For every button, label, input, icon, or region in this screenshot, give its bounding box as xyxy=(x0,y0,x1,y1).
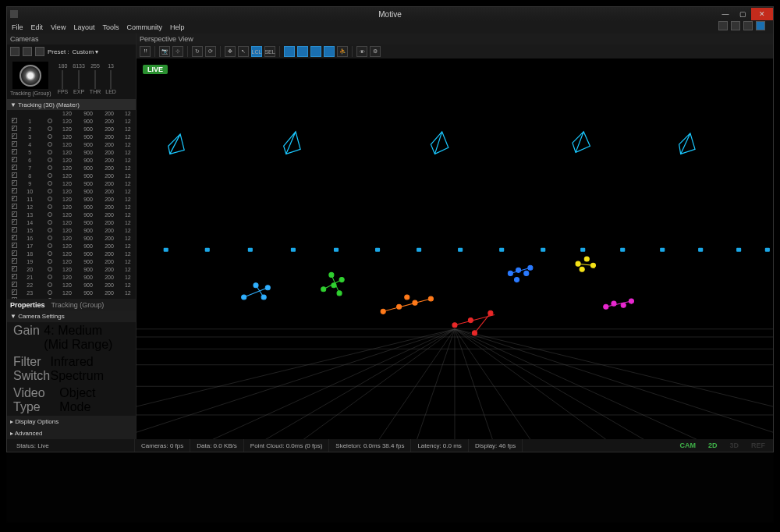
vt-lcl[interactable]: LCL xyxy=(251,46,262,57)
camera-row[interactable]: 1012090020012 xyxy=(7,187,136,195)
vt-rotate-icon[interactable]: ⟳ xyxy=(205,46,216,57)
vt-grid-icon[interactable]: ⠿ xyxy=(140,46,151,57)
vt-axes-icon[interactable]: ⊹ xyxy=(172,46,183,57)
vt-skeleton-icon[interactable]: ⛹ xyxy=(337,46,348,57)
camera-row[interactable]: 1512090020012 xyxy=(7,226,136,234)
cam-tool-3[interactable] xyxy=(35,47,44,56)
svg-point-66 xyxy=(528,265,533,270)
tracking-group-header[interactable]: ▼ Tracking (30) (Master) xyxy=(7,99,136,110)
camera-row[interactable]: 2212090020012 xyxy=(7,281,136,289)
layout-icon-3[interactable] xyxy=(743,21,753,30)
svg-rect-31 xyxy=(580,248,585,252)
camera-row[interactable]: 1212090020012 xyxy=(7,203,136,211)
svg-rect-33 xyxy=(660,248,665,252)
camera-row[interactable]: 512090020012 xyxy=(7,148,136,156)
svg-line-19 xyxy=(256,329,455,439)
slider-bar-1[interactable] xyxy=(62,70,63,89)
video-value[interactable]: Object Mode xyxy=(59,386,129,414)
camera-row[interactable]: 1712090020012 xyxy=(7,242,136,250)
preset-value[interactable]: Custom ▾ xyxy=(73,48,99,55)
slider-bar-3[interactable] xyxy=(94,70,96,89)
svg-line-10 xyxy=(296,329,455,439)
vt-mode-4[interactable] xyxy=(324,46,335,57)
vt-sel[interactable]: SEL xyxy=(264,46,275,57)
vt-eye-icon[interactable]: 👁 xyxy=(356,46,367,57)
slider-bar-2[interactable] xyxy=(78,70,80,89)
svg-point-42 xyxy=(261,295,266,300)
slider-bar-4[interactable] xyxy=(110,70,112,89)
filter-value[interactable]: Infrared Spectrum xyxy=(51,355,129,383)
svg-point-59 xyxy=(468,318,473,323)
vt-move-icon[interactable]: ✥ xyxy=(225,46,236,57)
camera-thumbnail[interactable] xyxy=(12,62,48,89)
video-label: Video Type xyxy=(13,386,59,414)
menu-help[interactable]: Help xyxy=(170,23,185,31)
camera-row[interactable]: 1412090020012 xyxy=(7,218,136,226)
camera-row[interactable]: 912090020012 xyxy=(7,179,136,187)
camera-row[interactable]: 812090020012 xyxy=(7,172,136,179)
gain-value[interactable]: 4: Medium (Mid Range) xyxy=(44,324,129,352)
cam-tool-1[interactable] xyxy=(10,47,20,56)
layout-icon-4[interactable] xyxy=(756,21,765,30)
vt-mode-2[interactable] xyxy=(297,46,308,57)
svg-point-61 xyxy=(472,331,477,335)
status-cameras: Cameras: 0 fps xyxy=(135,439,190,452)
camera-row[interactable]: 312090020012 xyxy=(7,133,136,140)
cam-tool-2[interactable] xyxy=(23,47,32,56)
close-button[interactable]: ✕ xyxy=(751,8,773,20)
camera-row[interactable]: 1812090020012 xyxy=(7,250,136,257)
svg-rect-23 xyxy=(248,248,253,252)
svg-rect-36 xyxy=(765,248,770,252)
menu-edit[interactable]: Edit xyxy=(31,23,44,31)
vt-camera-icon[interactable]: 📷 xyxy=(159,46,170,57)
mode-cam[interactable]: CAM xyxy=(675,441,700,450)
status-latency: Latency: 0.0 ms xyxy=(411,439,468,452)
svg-rect-24 xyxy=(291,248,296,252)
camera-row[interactable]: 1912090020012 xyxy=(7,257,136,265)
svg-rect-30 xyxy=(541,248,545,252)
viewport-3d[interactable]: LIVE xyxy=(136,59,773,439)
camera-row[interactable]: 1112090020012 xyxy=(7,195,136,203)
camera-row[interactable]: 2312090020012 xyxy=(7,289,136,296)
camera-list[interactable]: 120 900 200 12 1120900200122120900200123… xyxy=(7,110,136,299)
menu-file[interactable]: File xyxy=(12,23,23,31)
display-options-section[interactable]: ▸ Display Options xyxy=(7,416,136,427)
layout-icon-2[interactable] xyxy=(731,21,740,30)
layout-icon-1[interactable] xyxy=(718,21,728,30)
vt-mode-3[interactable] xyxy=(310,46,321,57)
svg-line-50 xyxy=(383,299,431,311)
advanced-section[interactable]: ▸ Advanced xyxy=(7,427,136,439)
menu-tools[interactable]: Tools xyxy=(102,23,119,31)
svg-point-51 xyxy=(381,309,385,314)
camera-row[interactable]: 1312090020012 xyxy=(7,211,136,218)
vt-settings-icon[interactable]: ⚙ xyxy=(370,46,381,57)
camera-row[interactable]: 412090020012 xyxy=(7,140,136,148)
tab-properties[interactable]: Properties xyxy=(10,301,45,309)
mode-ref[interactable]: REF xyxy=(746,441,770,450)
maximize-button[interactable]: ▢ xyxy=(734,8,751,20)
camera-settings-section[interactable]: ▼ Camera Settings xyxy=(7,310,136,322)
vt-mode-1[interactable] xyxy=(284,46,295,57)
menu-layout[interactable]: Layout xyxy=(73,23,94,31)
app-title: Motive xyxy=(378,10,401,19)
vt-cursor-icon[interactable]: ↖ xyxy=(238,46,249,57)
camera-row[interactable]: 2012090020012 xyxy=(7,265,136,273)
tab-tracking-group[interactable]: Tracking (Group) xyxy=(51,301,105,309)
vt-refresh-icon[interactable]: ↻ xyxy=(192,46,203,57)
camera-row[interactable]: 1612090020012 xyxy=(7,234,136,242)
camera-row[interactable]: 612090020012 xyxy=(7,156,136,164)
menu-view[interactable]: View xyxy=(51,23,66,31)
camera-row[interactable]: 712090020012 xyxy=(7,164,136,172)
svg-rect-27 xyxy=(417,248,421,252)
camera-row[interactable]: 212090020012 xyxy=(7,125,136,133)
minimize-button[interactable]: — xyxy=(717,8,734,20)
titlebar: Motive — ▢ ✕ xyxy=(7,7,773,21)
menu-community[interactable]: Community xyxy=(126,23,162,31)
mode-3d[interactable]: 3D xyxy=(725,441,743,450)
camera-row[interactable]: 2112090020012 xyxy=(7,273,136,281)
mode-2d[interactable]: 2D xyxy=(704,441,722,450)
layout-icon-strip xyxy=(718,21,765,30)
thumb-label: Tracking (Group) xyxy=(10,90,51,96)
camera-row[interactable]: 112090020012 xyxy=(7,117,136,125)
gain-label: Gain xyxy=(13,324,44,352)
